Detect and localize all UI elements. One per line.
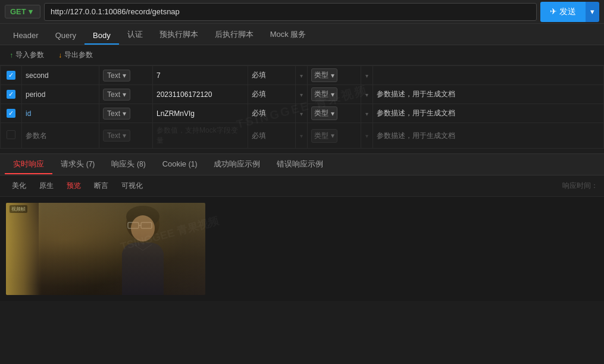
required-badge-1: 必填 — [252, 71, 266, 79]
param-name-1[interactable]: second — [22, 66, 99, 85]
required-badge-2: 必填 — [252, 90, 266, 98]
nav-tabs: Header Query Body 认证 预执行脚本 后执行脚本 Mock 服务 — [0, 24, 604, 45]
table-row: ✓ id Text ▾ LnZRMnVIg 必填 ▾ — [1, 104, 604, 123]
required-cell-1: 必填 — [248, 66, 296, 85]
import-params-button[interactable]: ↑ 导入参数 — [7, 49, 46, 61]
view-tab-preview[interactable]: 预览 — [61, 179, 87, 193]
tab-mock[interactable]: Mock 服务 — [262, 26, 315, 45]
arrow-cell-2: ▾ — [296, 85, 308, 104]
value-cell-3[interactable]: LnZRMnVIg — [153, 104, 248, 123]
category-select-4[interactable]: 类型 ▾ — [311, 129, 337, 143]
type-arrow-icon-3: ▾ — [123, 109, 126, 118]
req-headers-count: (7) — [86, 160, 95, 168]
table-row: ✓ period Text ▾ 20231106172120 必填 ▾ — [1, 85, 604, 104]
preview-image: 视频帧 — [6, 203, 205, 295]
tab-post-script[interactable]: 后执行脚本 — [206, 26, 262, 45]
required-badge-3: 必填 — [252, 109, 266, 117]
type-arrow-icon-4: ▾ — [123, 131, 126, 140]
category-cell-1[interactable]: 类型 ▾ — [308, 66, 361, 85]
method-label: GET — [10, 7, 26, 16]
type-badge-1[interactable]: Text ▾ — [103, 70, 130, 81]
desc-cell-3[interactable]: 参数描述，用于生成文档 — [373, 104, 604, 123]
send-button[interactable]: ✈ 发送 — [540, 2, 586, 22]
type-badge-4[interactable]: Text ▾ — [103, 130, 130, 142]
row3-checkbox[interactable]: ✓ — [7, 109, 15, 118]
type-label-4: Text — [107, 131, 120, 140]
value-cell-1[interactable]: 7 — [153, 66, 248, 85]
param-name-4-placeholder[interactable]: 参数名 — [22, 123, 99, 149]
type-label-2: Text — [107, 90, 120, 99]
arrow-cell-3b: ▾ — [361, 104, 373, 123]
desc-cell-4[interactable]: 参数描述，用于生成文档 — [373, 123, 604, 149]
type-cell-1[interactable]: Text ▾ — [99, 66, 153, 85]
category-cell-4[interactable]: 类型 ▾ — [308, 123, 361, 149]
required-cell-3: 必填 — [248, 104, 296, 123]
export-label: 导出参数 — [64, 50, 93, 60]
category-label-2: 类型 — [314, 89, 328, 99]
value-cell-2[interactable]: 20231106172120 — [153, 85, 248, 104]
checkbox-cell-2[interactable]: ✓ — [1, 85, 22, 104]
tab-auth[interactable]: 认证 — [119, 26, 151, 45]
view-tab-beautify[interactable]: 美化 — [6, 179, 32, 193]
type-cell-3[interactable]: Text ▾ — [99, 104, 153, 123]
tab-error-example[interactable]: 错误响应示例 — [268, 155, 331, 174]
checkbox-cell[interactable]: ✓ — [1, 66, 22, 85]
category-label-3: 类型 — [314, 108, 328, 118]
cat-arrow-icon: ▾ — [331, 71, 334, 80]
arrow-cell-1b: ▾ — [361, 66, 373, 85]
param-name-3[interactable]: id — [22, 104, 99, 123]
tab-cookie[interactable]: Cookie (1) — [154, 156, 206, 173]
arrow-cell-1: ▾ — [296, 66, 308, 85]
category-cell-2[interactable]: 类型 ▾ — [308, 85, 361, 104]
value-cell-4-placeholder[interactable]: 参数值，支持Mock字段变量 — [153, 123, 248, 149]
row1-checkbox[interactable]: ✓ — [7, 71, 15, 80]
tab-pre-script[interactable]: 预执行脚本 — [151, 26, 206, 45]
param-name-2[interactable]: period — [22, 85, 99, 104]
category-select-1[interactable]: 类型 ▾ — [311, 68, 337, 82]
tab-request-headers[interactable]: 请求头 (7) — [52, 155, 103, 174]
send-arrow-button[interactable]: ▾ — [586, 2, 599, 22]
res-headers-count: (8) — [137, 160, 146, 168]
checkbox-cell-3[interactable]: ✓ — [1, 104, 22, 123]
cat-arrow-icon-2: ▾ — [331, 90, 334, 99]
category-select-2[interactable]: 类型 ▾ — [311, 87, 337, 101]
response-time: 响应时间： — [562, 181, 598, 191]
category-label-4: 类型 — [314, 131, 328, 141]
cat-arrow-icon-3: ▾ — [331, 109, 334, 118]
row4-checkbox[interactable] — [7, 130, 15, 139]
type-badge-2[interactable]: Text ▾ — [103, 89, 130, 101]
category-select-3[interactable]: 类型 ▾ — [311, 106, 337, 120]
arrow-cell-4b: ▾ — [361, 123, 373, 149]
table-row: 参数名 Text ▾ 参数值，支持Mock字段变量 必填 ▾ 类 — [1, 123, 604, 149]
desc-cell-2[interactable]: 参数描述，用于生成文档 — [373, 85, 604, 104]
tab-header[interactable]: Header — [5, 27, 47, 45]
category-cell-3[interactable]: 类型 ▾ — [308, 104, 361, 123]
tab-realtime[interactable]: 实时响应 — [5, 155, 52, 174]
body-toolbar: ↑ 导入参数 ↓ 导出参数 — [0, 45, 604, 65]
send-button-group: ✈ 发送 ▾ — [540, 2, 599, 22]
arrow-cell-3: ▾ — [296, 104, 308, 123]
tab-body[interactable]: Body — [85, 27, 119, 45]
view-tab-visualize[interactable]: 可视化 — [115, 179, 149, 193]
url-input[interactable] — [44, 3, 537, 21]
tab-response-headers[interactable]: 响应头 (8) — [103, 155, 154, 174]
import-label: 导入参数 — [15, 50, 44, 60]
checkbox-cell-4[interactable] — [1, 123, 22, 149]
type-badge-3[interactable]: Text ▾ — [103, 108, 130, 120]
response-section: 实时响应 请求头 (7) 响应头 (8) Cookie (1) 成功响应示例 错… — [0, 153, 604, 301]
table-row: ✓ second Text ▾ 7 必填 ▾ — [1, 66, 604, 85]
method-select[interactable]: GET ▾ — [5, 5, 40, 18]
required-badge-4: 必填 — [252, 131, 266, 140]
export-params-button[interactable]: ↓ 导出参数 — [56, 49, 95, 61]
view-tabs-bar: 美化 原生 预览 断言 可视化 响应时间： — [0, 175, 604, 197]
tab-success-example[interactable]: 成功响应示例 — [205, 155, 268, 174]
row2-checkbox[interactable]: ✓ — [7, 90, 15, 99]
type-cell-2[interactable]: Text ▾ — [99, 85, 153, 104]
tab-query[interactable]: Query — [47, 27, 85, 45]
required-cell-4: 必填 — [248, 123, 296, 149]
params-table: ✓ second Text ▾ 7 必填 ▾ — [0, 65, 604, 149]
desc-cell-1[interactable] — [373, 66, 604, 85]
type-cell-4[interactable]: Text ▾ — [99, 123, 153, 149]
view-tab-raw[interactable]: 原生 — [33, 179, 60, 193]
view-tab-assert[interactable]: 断言 — [88, 179, 114, 193]
